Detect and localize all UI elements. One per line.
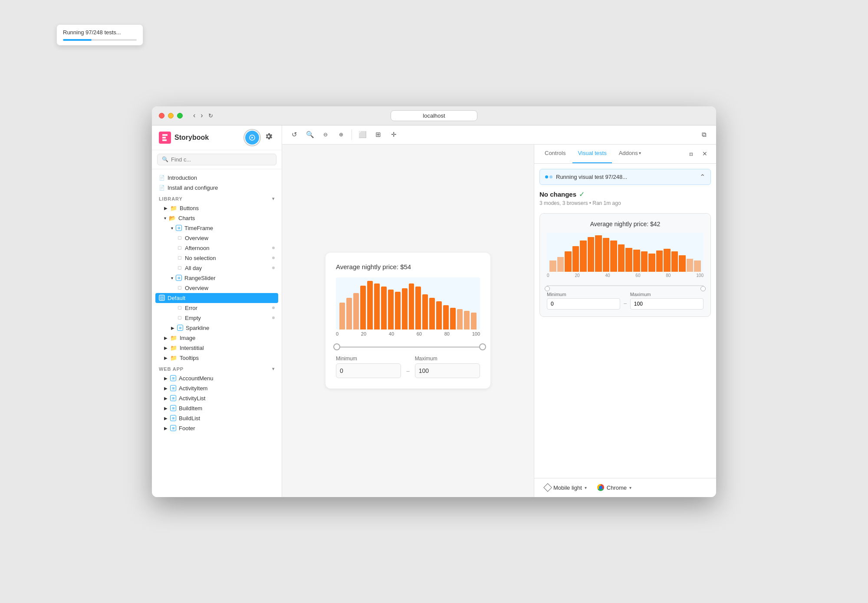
titlebar: ‹ › ↻ localhost [152, 106, 716, 125]
sidebar-item-charts[interactable]: ▾ 📂 Charts [152, 213, 282, 223]
sidebar-item-image[interactable]: ▶ 📁 Image [152, 333, 282, 343]
minimum-input[interactable] [336, 363, 401, 378]
component-icon-activity-list: ⊞ [170, 395, 176, 401]
folder-icon-charts: 📂 [169, 215, 176, 221]
activity-list-chevron: ▶ [164, 396, 168, 401]
bar-15 [443, 305, 449, 330]
library-section-header: LIBRARY ▾ [152, 193, 282, 203]
component-icon-footer: ⊞ [170, 425, 176, 431]
sidebar-item-tooltips[interactable]: ▶ 📁 Tooltips [152, 353, 282, 363]
range-slider[interactable] [336, 342, 480, 352]
grid-button[interactable]: ⊞ [371, 128, 385, 142]
snapshot-title: Average nightly price: $42 [547, 221, 704, 227]
sidebar-item-buttons[interactable]: ▶ 📁 Buttons [152, 203, 282, 213]
small-minimum-field: Minimum [547, 292, 620, 310]
chrome-button[interactable]: Chrome ▾ [594, 482, 635, 493]
chart-title: Average nightly price: $54 [336, 263, 480, 270]
tab-controls[interactable]: Controls [539, 145, 571, 164]
bar-3 [360, 286, 366, 330]
address-bar[interactable]: localhost [391, 110, 477, 121]
bar-17 [457, 309, 463, 330]
minmax-row: Minimum – Maximum [336, 356, 480, 378]
reload-nav-button[interactable]: ↻ [208, 112, 213, 119]
sidebar-item-overview-tf[interactable]: Overview [152, 233, 282, 243]
search-input-wrapper[interactable]: 🔍 [157, 154, 276, 165]
webapp-section-header: WEB APP ▾ [152, 363, 282, 373]
sidebar-item-afternoon[interactable]: Afternoon [152, 243, 282, 253]
sidebar-item-label-timeframe: TimeFrame [184, 225, 213, 231]
addons-dropdown-icon: ▾ [639, 145, 641, 161]
sidebar-item-rangeslider[interactable]: ▾ ⊞ RangeSlider [152, 273, 282, 283]
sidebar-item-label: Introduction [168, 175, 197, 181]
library-collapse-icon[interactable]: ▾ [272, 196, 275, 201]
maximum-input[interactable] [415, 363, 480, 378]
mobile-light-button[interactable]: Mobile light ▾ [541, 483, 590, 493]
forward-button[interactable]: › [201, 112, 203, 119]
sidebar-item-build-item[interactable]: ▶ ⊞ BuildItem [152, 403, 282, 413]
slider-thumb-left[interactable] [333, 343, 340, 350]
chrome-icon [597, 484, 604, 491]
tab-visual-tests[interactable]: Visual tests [572, 145, 612, 164]
sidebar-item-build-list[interactable]: ▶ ⊞ BuildList [152, 413, 282, 423]
sidebar-item-label-charts: Charts [178, 215, 195, 221]
back-button[interactable]: ‹ [193, 112, 195, 119]
change-dot-afternoon [272, 247, 275, 249]
sidebar-item-timeframe[interactable]: ▾ ⊞ TimeFrame [152, 223, 282, 233]
small-thumb-right[interactable] [700, 286, 706, 291]
story-dot-default: ◻ [159, 295, 165, 301]
component-icon-build-list: ⊞ [170, 415, 176, 421]
sidebar-item-empty[interactable]: Empty [152, 313, 282, 323]
small-thumb-left[interactable] [545, 286, 550, 291]
close-button[interactable] [159, 113, 164, 119]
open-new-button[interactable]: ⧉ [697, 128, 711, 142]
small-maximum-input[interactable] [630, 298, 704, 310]
zoom-out-button[interactable]: 🔍 [303, 128, 317, 142]
search-input[interactable] [171, 156, 272, 163]
panel-close-button[interactable]: ✕ [699, 148, 711, 160]
sidebar-item-no-selection[interactable]: No selection [152, 253, 282, 263]
small-bar-10 [625, 248, 632, 272]
slider-fill [336, 346, 480, 348]
sparkline-chevron-icon: ▶ [171, 326, 174, 330]
bar-7 [388, 290, 394, 330]
small-minimum-input[interactable] [547, 298, 620, 310]
sidebar-item-introduction[interactable]: 📄 Introduction [152, 173, 282, 183]
small-range-slider[interactable] [547, 282, 704, 289]
folder-icon-image: 📁 [170, 335, 177, 341]
app-window: ‹ › ↻ localhost Storybook [152, 106, 716, 497]
zoom-in-button[interactable]: ⊕ [334, 128, 348, 142]
expand-button[interactable]: ⌃ [700, 173, 705, 181]
sidebar-item-interstitial[interactable]: ▶ 📁 Interstitial [152, 343, 282, 353]
panel-split-button[interactable]: ⧈ [685, 148, 697, 160]
webapp-collapse-icon[interactable]: ▾ [272, 366, 275, 371]
sidebar-item-default[interactable]: ◻ Default [155, 293, 278, 303]
sidebar-item-activity-list[interactable]: ▶ ⊞ ActivityList [152, 393, 282, 403]
measure-button[interactable]: ✛ [387, 128, 401, 142]
sidebar-item-label-2: Install and configure [168, 185, 218, 191]
slider-thumb-right[interactable] [479, 343, 486, 350]
minimize-button[interactable] [168, 113, 174, 119]
sidebar-item-error[interactable]: Error [152, 303, 282, 313]
settings-button[interactable] [263, 132, 275, 144]
sidebar-item-all-day[interactable]: All day [152, 263, 282, 273]
small-bar-1 [557, 257, 564, 272]
tab-addons[interactable]: Addons ▾ [614, 145, 646, 164]
browser-frame-button[interactable]: ⬜ [355, 128, 369, 142]
sidebar-item-install[interactable]: 📄 Install and configure [152, 183, 282, 193]
sidebar-logo-text: Storybook [174, 134, 209, 142]
running-banner-text: Running visual test 97/248... [556, 174, 627, 180]
maximize-button[interactable] [177, 113, 183, 119]
sidebar-item-overview-rs[interactable]: Overview [152, 283, 282, 293]
sidebar-item-account-menu[interactable]: ▶ ⊞ AccountMenu [152, 373, 282, 383]
component-icon-timeframe: ⊞ [176, 225, 182, 231]
sidebar-item-activity-item[interactable]: ▶ ⊞ ActivityItem [152, 383, 282, 393]
right-panel-tabs: Controls Visual tests Addons ▾ ⧈ ✕ [534, 145, 716, 164]
sidebar-item-footer[interactable]: ▶ ⊞ Footer [152, 423, 282, 433]
build-item-chevron: ▶ [164, 406, 168, 411]
reload-button[interactable]: ↺ [287, 128, 301, 142]
zoom-reset-button[interactable]: ⊖ [319, 128, 332, 142]
sidebar-item-sparkline[interactable]: ▶ ⊞ Sparkline [152, 323, 282, 333]
run-tests-button[interactable] [245, 131, 259, 145]
sidebar-item-label-sparkline: Sparkline [186, 325, 209, 331]
app-body: Storybook [152, 125, 716, 497]
